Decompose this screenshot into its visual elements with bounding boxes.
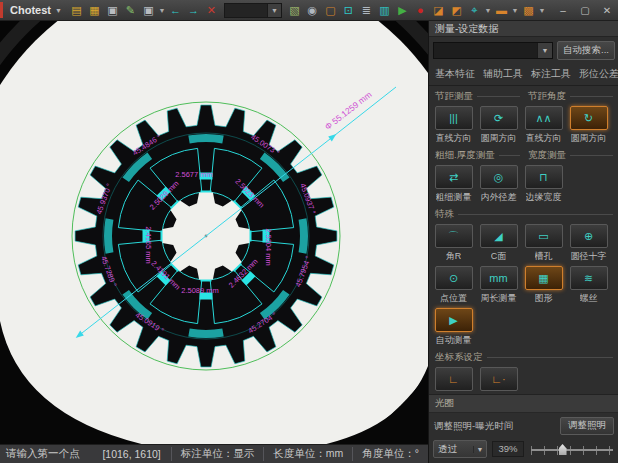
tab-form-tolerance[interactable]: 形位公差: [575, 65, 618, 85]
edge-width-tool[interactable]: ⊓边缘宽度: [521, 165, 566, 204]
toolbar-left: ▤▦▣✎▣▼←→✕: [68, 2, 220, 18]
section-title: 粗细.厚度测量: [435, 149, 495, 162]
roi-box-icon[interactable]: ▢: [322, 2, 339, 18]
feature-combobox[interactable]: ▼: [433, 42, 553, 59]
thickness-measure-tool[interactable]: ⇄粗细测量: [431, 165, 476, 204]
tool-label: C面: [491, 250, 507, 263]
axis-line-point-icon: ∟·: [480, 367, 518, 391]
section-title: 宽度测量: [528, 149, 566, 162]
tool-label: 边缘宽度: [526, 191, 562, 204]
maximize-button[interactable]: ▢: [578, 5, 592, 16]
pick-move-icon[interactable]: ◩: [448, 2, 465, 18]
list-icon[interactable]: ≣: [358, 2, 375, 18]
close-button[interactable]: ✕: [600, 5, 614, 16]
target-circle-icon-caret-icon[interactable]: ▼: [484, 7, 492, 14]
width-label: 2.5204 mm: [264, 228, 273, 266]
section-titles: 节距测量节距角度: [429, 87, 618, 103]
section-divider: [570, 96, 613, 97]
app-menu[interactable]: Chotest ▼: [8, 4, 68, 16]
image-icon[interactable]: ▧: [286, 2, 303, 18]
c-face-icon: ◢: [480, 224, 518, 248]
section-title-wrap: 特殊: [435, 208, 613, 221]
graphic-icon: ▦: [525, 266, 563, 290]
pattern-icon-caret-icon[interactable]: ▼: [538, 7, 546, 14]
section-titles: 特殊: [429, 205, 618, 221]
screw-thread-tool[interactable]: ≋螺丝: [566, 266, 611, 305]
light-level-icon[interactable]: ▬: [493, 2, 510, 18]
screen-icon[interactable]: ⊡: [340, 2, 357, 18]
tool-grid: ⌒角R◢C面▭槽孔⊕圆径十字⊙点位置mm周长测量▦图形≋螺丝▶自动测量: [429, 221, 618, 348]
ruler-icon[interactable]: ▥: [376, 2, 393, 18]
app-window: Chotest ▼ ▤▦▣✎▣▼←→✕ ▼ ▧◉▢⊡≣▥▶●◪◩⌖▼▬▼▩▼ –…: [0, 0, 618, 463]
zoom-icon[interactable]: ◉: [304, 2, 321, 18]
target-circle-icon[interactable]: ⌖: [466, 2, 483, 18]
slot-hole-tool[interactable]: ▭槽孔: [521, 224, 566, 263]
pitch-circular-tool[interactable]: ⟳圆周方向: [476, 106, 521, 145]
perimeter-measure-icon: mm: [480, 266, 518, 290]
open-folder-icon[interactable]: ▦: [86, 2, 103, 18]
play-icon[interactable]: ▶: [394, 2, 411, 18]
measurement-viewport[interactable]: Φ 55.1259 mm 45.0073 ° 45.4846 ° 45.9370…: [0, 21, 428, 444]
thickness-measure-icon: ⇄: [435, 165, 473, 189]
tool-label: 内外径差: [481, 191, 517, 204]
tool-label: 圆径十字: [571, 250, 607, 263]
window-controls: –▢✕: [556, 5, 614, 16]
combo-dropdown-icon[interactable]: ▼: [537, 43, 552, 58]
status-prompt: 请输入第一个点: [0, 447, 92, 461]
auto-measure-tool[interactable]: ▶自动测量: [431, 308, 476, 347]
light-slider[interactable]: [529, 442, 615, 456]
corner-r-tool[interactable]: ⌒角R: [431, 224, 476, 263]
section-divider: [499, 155, 520, 156]
pattern-icon[interactable]: ▩: [520, 2, 537, 18]
adjust-lighting-button[interactable]: 调整照明: [560, 417, 614, 435]
undo-arrow-icon[interactable]: ←: [167, 2, 184, 18]
cursor-coordinates: [1016, 1610]: [92, 448, 170, 460]
pitch-angle-linear-icon: ∧∧: [525, 106, 563, 130]
graphic-tool[interactable]: ▦图形: [521, 266, 566, 305]
tool-label: 槽孔: [535, 250, 553, 263]
section-divider: [477, 96, 520, 97]
section-title-wrap: 节距角度: [528, 90, 613, 103]
section-title-wrap: 粗细.厚度测量: [435, 149, 520, 162]
slot-hole-icon: ▭: [525, 224, 563, 248]
pitch-angle-circular-tool[interactable]: ↻圆周方向: [566, 106, 611, 145]
pitch-angle-linear-tool[interactable]: ∧∧直线方向: [521, 106, 566, 145]
tab-auxiliary-tools[interactable]: 辅助工具: [479, 65, 527, 85]
tool-tabs: 基本特征辅助工具标注工具形位公差应用工具: [429, 62, 618, 86]
point-position-tool[interactable]: ⊙点位置: [431, 266, 476, 305]
redo-arrow-icon[interactable]: →: [185, 2, 202, 18]
auto-search-button[interactable]: 自动搜索...: [557, 41, 615, 60]
quick-search-combobox[interactable]: ▼: [224, 3, 282, 18]
aperture-section-title: 光圈: [429, 394, 618, 413]
save-as-icon[interactable]: ▣: [140, 2, 157, 18]
slider-track[interactable]: [531, 449, 613, 451]
perimeter-measure-tool[interactable]: mm周长测量: [476, 266, 521, 305]
circle-cross-icon: ⊕: [570, 224, 608, 248]
inner-outer-diameter-tool[interactable]: ◎内外径差: [476, 165, 521, 204]
save-as-icon-caret-icon[interactable]: ▼: [158, 7, 166, 14]
width-label: 2.4165 mm: [144, 226, 153, 264]
tab-basic-features[interactable]: 基本特征: [431, 65, 479, 85]
save-icon[interactable]: ▣: [104, 2, 121, 18]
tool-label: 角R: [446, 250, 462, 263]
combo-caret-icon[interactable]: ▼: [267, 4, 281, 17]
pitch-linear-tool[interactable]: |||直线方向: [431, 106, 476, 145]
corner-r-icon: ⌒: [435, 224, 473, 248]
tool-label: 圆周方向: [481, 132, 517, 145]
delete-icon[interactable]: ✕: [203, 2, 220, 18]
pitch-linear-icon: |||: [435, 106, 473, 130]
status-unit-item: 长度单位：mm: [263, 447, 352, 461]
light-mode-select[interactable]: 透过 ▼: [433, 440, 487, 458]
light-level-icon-caret-icon[interactable]: ▼: [511, 7, 519, 14]
c-face-tool[interactable]: ◢C面: [476, 224, 521, 263]
light-mode-dropdown-icon[interactable]: ▼: [473, 446, 486, 453]
circle-cross-tool[interactable]: ⊕圆径十字: [566, 224, 611, 263]
tab-annotation-tools[interactable]: 标注工具: [527, 65, 575, 85]
record-icon[interactable]: ●: [412, 2, 429, 18]
edit-icon[interactable]: ✎: [122, 2, 139, 18]
measure-settings-panel: 测量-设定数据 ▼ 自动搜索... 基本特征辅助工具标注工具形位公差应用工具 节…: [428, 21, 618, 463]
pick-up-icon[interactable]: ◪: [430, 2, 447, 18]
section-titles: 粗细.厚度测量宽度测量: [429, 146, 618, 162]
minimize-button[interactable]: –: [556, 5, 570, 16]
new-part-icon[interactable]: ▤: [68, 2, 85, 18]
